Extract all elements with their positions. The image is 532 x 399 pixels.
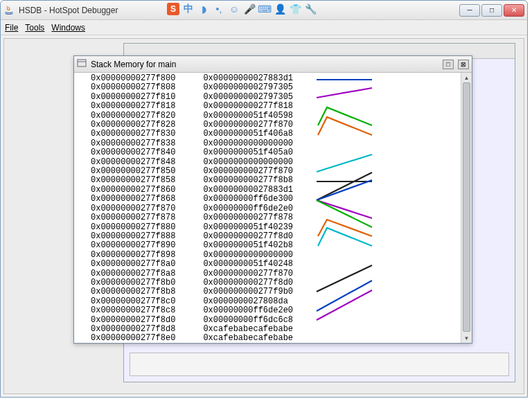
svg-line-6 — [317, 154, 372, 172]
shirt-icon: 👕 — [289, 3, 301, 15]
memory-row: 0x00000000277f8880x000000000277f8d0 — [91, 232, 293, 241]
mic-icon: 🎤 — [243, 3, 256, 15]
memory-row: 0x00000000277f8380x0000000000000000 — [91, 139, 293, 148]
memory-row: 0x00000000277f8a00x0000000051f40248 — [91, 260, 293, 269]
svg-rect-2 — [78, 60, 86, 66]
smile-icon: ☺ — [228, 3, 240, 15]
maximize-button[interactable]: □ — [481, 4, 502, 17]
svg-text:S: S — [170, 4, 176, 14]
stack-memory-window[interactable]: Stack Memory for main □ ⊠ 0x00000000277f… — [73, 55, 472, 344]
menubar: File Tools Windows — [1, 20, 527, 35]
memory-row: 0x00000000277f8400x0000000051f405a0 — [91, 148, 293, 157]
memory-row: 0x00000000277f8800x0000000051f40239 — [91, 223, 293, 232]
close-internal-button[interactable]: ⊠ — [458, 60, 469, 69]
keyboard-icon: ⌨ — [258, 3, 271, 15]
memory-row: 0x00000000277f8280x000000000277f870 — [91, 121, 293, 130]
memory-row: 0x00000000277f8b00x000000000277f8d0 — [91, 278, 293, 287]
ime-tray-icons: S 中 ◗ •, ☺ 🎤 ⌨ 👤 👕 🔧 — [167, 3, 317, 15]
moon-icon: ◗ — [197, 3, 210, 15]
svg-line-8 — [317, 172, 372, 200]
person-icon: 👤 — [274, 3, 286, 15]
svg-line-13 — [317, 281, 372, 311]
memory-row: 0x00000000277f8c00x0000000027808da — [91, 297, 293, 306]
memory-row: 0x00000000277f8c80x00000000ff6de2e0 — [91, 306, 293, 315]
memory-row: 0x00000000277f8a80x000000000277f870 — [91, 269, 293, 278]
main-window: HSDB - HotSpot Debugger ─ □ ✕ S 中 ◗ •, ☺… — [0, 0, 528, 398]
memory-row: 0x00000000277f8b80x000000000277f9b0 — [91, 287, 293, 296]
memory-row: 0x00000000277f8e00xcafebabecafebabe — [91, 334, 293, 343]
svg-line-14 — [317, 290, 372, 320]
stack-window-title: Stack Memory for main — [91, 60, 176, 69]
svg-line-10 — [317, 200, 372, 218]
stack-body: 0x00000000277f8000x00000000027883d10x000… — [74, 73, 472, 343]
memory-row: 0x00000000277f8580x000000000277f8b8 — [91, 176, 293, 185]
memory-row: 0x00000000277f8780x000000000277f878 — [91, 213, 293, 222]
stack-window-titlebar: Stack Memory for main □ ⊠ — [74, 56, 472, 73]
memory-row: 0x00000000277f8600x00000000027883d1 — [91, 186, 293, 195]
memory-row: 0x00000000277f8100x0000000002797305 — [91, 93, 293, 102]
close-button[interactable]: ✕ — [504, 4, 524, 17]
memory-row: 0x00000000277f8200x0000000051f40598 — [91, 112, 293, 121]
memory-row: 0x00000000277f8700x00000000ff6de2e0 — [91, 204, 293, 213]
maximize-internal-button[interactable]: □ — [443, 60, 454, 69]
mdi-client-area: Stack Memory for main □ ⊠ 0x00000000277f… — [3, 38, 524, 394]
window-icon — [77, 58, 87, 70]
menu-tools[interactable]: Tools — [25, 23, 44, 33]
wrench-icon: 🔧 — [304, 3, 317, 15]
memory-row: 0x00000000277f8300x0000000051f406a8 — [91, 130, 293, 139]
menu-windows[interactable]: Windows — [51, 23, 85, 33]
memory-row: 0x00000000277f8180x000000000277f818 — [91, 102, 293, 111]
scroll-down-arrow[interactable]: ▼ — [461, 333, 472, 343]
s-badge-icon: S — [167, 3, 179, 15]
cn-char-icon: 中 — [182, 3, 195, 15]
scroll-up-arrow[interactable]: ▲ — [461, 73, 472, 82]
memory-table: 0x00000000277f8000x00000000027883d10x000… — [74, 73, 293, 343]
svg-line-5 — [317, 88, 372, 98]
memory-row: 0x00000000277f8480x0000000000000000 — [91, 158, 293, 167]
bullet-icon: •, — [213, 3, 225, 15]
minimize-button[interactable]: ─ — [459, 4, 480, 17]
svg-line-9 — [317, 180, 372, 200]
vertical-scrollbar[interactable]: ▲ ▼ — [461, 73, 472, 343]
memory-row: 0x00000000277f8d80xcafebabecafebabe — [91, 325, 293, 334]
background-window-footer — [130, 353, 509, 376]
memory-row: 0x00000000277f8000x00000000027883d1 — [91, 74, 293, 83]
memory-row: 0x00000000277f8080x0000000002797305 — [91, 83, 293, 92]
scroll-thumb[interactable] — [463, 82, 470, 332]
memory-row: 0x00000000277f8980x0000000000000000 — [91, 251, 293, 260]
java-icon — [3, 5, 15, 16]
memory-row: 0x00000000277f8500x000000000277f870 — [91, 167, 293, 176]
memory-row: 0x00000000277f8d00x00000000ff6dc6c8 — [91, 316, 293, 325]
svg-line-12 — [317, 265, 372, 292]
menu-file[interactable]: File — [5, 23, 18, 33]
memory-row: 0x00000000277f8900x0000000051f402b8 — [91, 241, 293, 250]
memory-row: 0x00000000277f8680x00000000ff6de300 — [91, 195, 293, 204]
svg-line-11 — [317, 200, 372, 227]
